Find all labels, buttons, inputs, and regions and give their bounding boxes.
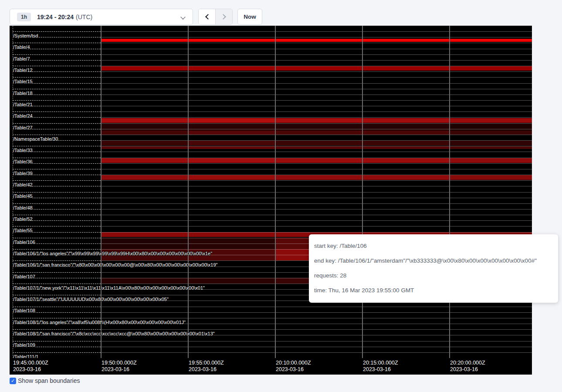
heatmap-band-cell[interactable] — [188, 141, 275, 145]
span-boundary-line — [101, 169, 532, 169]
time-tick: 20:15:00.000Z2023-03-16 — [363, 360, 398, 373]
heatmap-band-cell[interactable] — [449, 146, 532, 149]
span-boundary-line — [13, 54, 101, 55]
heatmap-band-cell[interactable] — [449, 158, 532, 163]
heatmap-band-cell[interactable] — [275, 131, 362, 135]
tick-time: 20:10:00.000Z — [276, 360, 311, 366]
heatmap-band-cell[interactable] — [101, 39, 188, 42]
span-boundary-line — [101, 54, 532, 55]
prev-range-button[interactable] — [199, 9, 216, 24]
heatmap-band-cell[interactable] — [449, 118, 532, 123]
heatmap-band-cell[interactable] — [101, 118, 188, 123]
heatmap-band-cell[interactable] — [188, 66, 275, 71]
heatmap-band-cell[interactable] — [101, 131, 188, 135]
span-boundary-line — [13, 77, 101, 78]
row-label: /NamespaceTable/30 — [13, 136, 58, 142]
heatmap-band-cell[interactable] — [275, 66, 362, 71]
span-boundary-line — [101, 163, 532, 164]
span-boundary-line — [101, 307, 532, 307]
heatmap-band-cell[interactable] — [101, 175, 188, 180]
heatmap-band-cell[interactable] — [188, 123, 275, 131]
span-boundary-line — [101, 43, 532, 43]
heatmap-band-cell[interactable] — [449, 131, 532, 135]
chevron-down-icon — [180, 14, 185, 19]
show-span-boundaries-checkbox[interactable]: ✓ — [10, 378, 16, 384]
heatmap-band-cell[interactable] — [101, 141, 188, 145]
row-label: /Table/108 — [13, 308, 35, 313]
span-boundary-line — [13, 180, 101, 181]
span-boundary-line — [13, 146, 101, 146]
tick-date: 2023-03-16 — [189, 366, 224, 373]
time-axis: 19:45:00.000Z2023-03-1619:50:00.000Z2023… — [10, 358, 532, 375]
heatmap-band-cell[interactable] — [188, 158, 275, 163]
heatmap-band-cell[interactable] — [275, 118, 362, 123]
tick-time: 20:15:00.000Z — [363, 360, 398, 366]
heatmap-band-cell[interactable] — [188, 118, 275, 123]
key-visualizer-canvas[interactable]: /System/tsd/Table/4/Table/7/Table/12/Tab… — [10, 26, 532, 375]
span-boundary-line — [101, 129, 532, 129]
heatmap-band-cell[interactable] — [362, 131, 449, 135]
span-boundary-line — [13, 272, 101, 273]
row-label: /Table/107 — [13, 274, 35, 279]
heatmap-band-cell[interactable] — [188, 278, 275, 284]
span-boundary-line — [101, 77, 532, 78]
row-label: /Table/33 — [13, 148, 33, 153]
row-label: /Table/18 — [13, 91, 33, 96]
heatmap-band-cell[interactable] — [188, 39, 275, 42]
span-boundary-line — [101, 175, 532, 175]
heatmap-band-cell[interactable] — [275, 39, 362, 42]
row-label: /Table/12 — [13, 68, 33, 73]
span-boundary-line — [13, 295, 101, 295]
heatmap-band-cell[interactable] — [362, 66, 449, 71]
heatmap-band-cell[interactable] — [449, 175, 532, 180]
heatmap-band-cell[interactable] — [362, 175, 449, 180]
span-boundary-line — [101, 66, 532, 66]
span-boundary-line — [101, 140, 532, 141]
span-boundary-line — [13, 318, 101, 318]
heatmap-band-cell[interactable] — [101, 66, 188, 71]
heatmap-band-cell[interactable] — [188, 232, 275, 237]
tooltip-start-key: start key: /Table/106 — [314, 239, 553, 253]
heatmap-band-cell[interactable] — [362, 158, 449, 163]
heatmap-band-cell[interactable] — [275, 158, 362, 163]
heatmap-band-cell[interactable] — [449, 39, 532, 42]
heatmap-band-cell[interactable] — [188, 146, 275, 149]
row-label: /System/tsd — [13, 33, 38, 38]
heatmap-band-cell[interactable] — [362, 118, 449, 123]
row-label: /Table/7 — [13, 56, 30, 61]
now-button[interactable]: Now — [237, 9, 262, 25]
span-boundary-line — [101, 203, 532, 204]
time-range-selector[interactable]: 1h 19:24 - 20:24 (UTC) — [10, 9, 193, 25]
heatmap-band-cell[interactable] — [101, 123, 188, 131]
heatmap-band-cell[interactable] — [449, 123, 532, 131]
span-boundary-line — [101, 209, 532, 210]
heatmap-chart-area[interactable]: /System/tsd/Table/4/Table/7/Table/12/Tab… — [10, 26, 532, 358]
heatmap-band-cell[interactable] — [362, 141, 449, 145]
heatmap-band-cell[interactable] — [449, 66, 532, 71]
span-boundary-line — [13, 89, 101, 89]
heatmap-band-cell[interactable] — [101, 146, 188, 149]
heatmap-band-cell[interactable] — [449, 141, 532, 145]
heatmap-band-cell[interactable] — [101, 278, 188, 284]
row-label: /Table/106 — [13, 240, 35, 245]
heatmap-band-cell[interactable] — [362, 39, 449, 42]
row-label: /Table/45 — [13, 193, 33, 199]
heatmap-band-cell[interactable] — [101, 232, 188, 237]
row-label: /Table/27 — [13, 125, 33, 130]
show-span-boundaries-label: Show span boundaries — [18, 377, 80, 384]
next-range-button[interactable] — [216, 9, 232, 24]
heatmap-band-cell[interactable] — [362, 123, 449, 131]
heatmap-band-cell[interactable] — [275, 123, 362, 131]
span-boundary-line — [101, 198, 532, 198]
time-nav-group — [198, 9, 233, 25]
heatmap-band-cell[interactable] — [362, 146, 449, 149]
tick-time: 19:50:00.000Z — [102, 360, 137, 366]
heatmap-band-cell[interactable] — [188, 175, 275, 180]
heatmap-band-cell[interactable] — [101, 158, 188, 163]
time-tick: 19:45:00.000Z2023-03-16 — [13, 360, 48, 373]
heatmap-band-cell[interactable] — [275, 141, 362, 145]
heatmap-band-cell[interactable] — [275, 146, 362, 149]
heatmap-band-cell[interactable] — [188, 131, 275, 135]
tick-date: 2023-03-16 — [450, 366, 485, 373]
heatmap-band-cell[interactable] — [275, 175, 362, 180]
